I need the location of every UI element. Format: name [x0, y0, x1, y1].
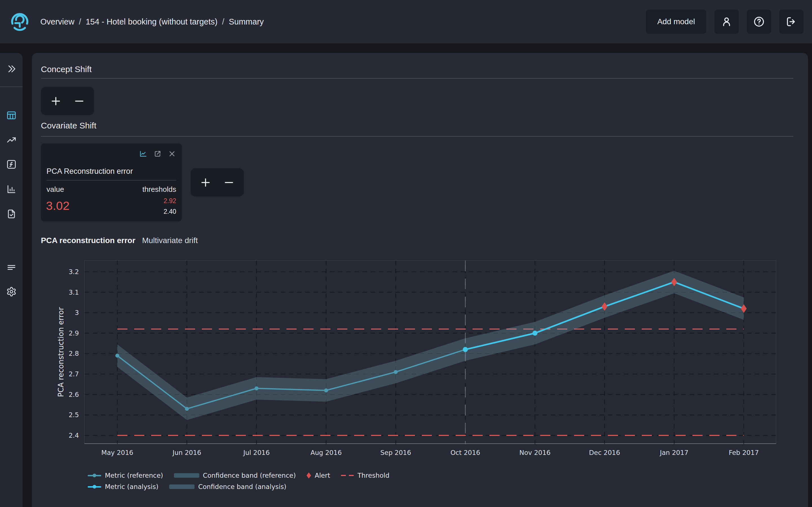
chevrons-right-icon	[6, 64, 17, 74]
close-icon[interactable]	[168, 150, 176, 158]
zoom-out-button[interactable]	[220, 173, 238, 191]
metric-card-divider	[47, 180, 176, 180]
help-button[interactable]	[747, 10, 771, 34]
sidebar-item-functions[interactable]	[4, 157, 19, 172]
metric-point[interactable]	[394, 370, 398, 374]
legend-swatch-threshold-icon	[341, 475, 354, 476]
metric-point[interactable]	[463, 347, 468, 352]
legend-label: Confidence band (reference)	[203, 472, 296, 479]
metric-card-title: PCA Reconstruction error	[47, 167, 133, 176]
confidence-band	[117, 271, 744, 420]
metric-point[interactable]	[115, 354, 119, 358]
legend-row: Metric (analysis)Confidence band (analys…	[88, 482, 389, 491]
legend-item[interactable]: Metric (reference)	[88, 472, 163, 479]
y-tick-label: 3.1	[50, 288, 79, 297]
y-tick-label: 3.2	[50, 268, 79, 276]
file-check-icon	[6, 209, 17, 219]
legend-swatch-band-icon	[174, 473, 199, 478]
plot-area[interactable]: 3.23.132.92.82.72.62.52.4May 2016Jun 201…	[84, 260, 776, 444]
logout-button[interactable]	[779, 10, 804, 34]
breadcrumb-item-overview[interactable]: Overview	[40, 17, 74, 26]
list-icon	[6, 262, 17, 273]
sidebar-item-logs[interactable]	[4, 260, 19, 275]
minus-icon	[223, 177, 235, 188]
y-tick-label: 2.8	[50, 349, 79, 358]
log-out-icon	[785, 16, 797, 27]
legend-swatch-line-reference-icon	[88, 475, 101, 476]
breadcrumb-separator: /	[222, 17, 224, 26]
sidebar-item-settings[interactable]	[4, 284, 19, 299]
sidebar-divider	[0, 87, 22, 87]
app-logo[interactable]	[8, 10, 31, 33]
zoom-in-button[interactable]	[47, 92, 65, 110]
y-tick-label: 2.4	[50, 431, 79, 440]
legend-swatch-band-icon	[169, 485, 195, 489]
legend-label: Alert	[315, 472, 330, 479]
y-tick-label: 2.9	[50, 329, 79, 337]
x-tick-label: Aug 2016	[301, 448, 352, 457]
metric-point[interactable]	[255, 386, 259, 390]
x-tick-label: Nov 2016	[509, 448, 560, 457]
zoom-in-button[interactable]	[197, 173, 214, 191]
drift-chart: PCA reconstruction error 3.23.132.92.82.…	[32, 260, 808, 507]
sidebar-item-reports[interactable]	[4, 206, 19, 221]
metric-card-actions	[139, 150, 176, 158]
gear-icon	[6, 286, 17, 297]
external-link-icon[interactable]	[153, 150, 162, 158]
section-title-covariate-shift: Covariate Shift	[41, 121, 96, 131]
legend-swatch-alert-icon	[306, 472, 311, 478]
legend-row: Metric (reference)Confidence band (refer…	[88, 471, 389, 480]
legend-item[interactable]: Threshold	[341, 472, 389, 479]
user-icon	[721, 16, 732, 27]
metric-point[interactable]	[532, 331, 538, 336]
x-tick-label: Dec 2016	[579, 448, 630, 457]
minus-icon	[73, 96, 85, 107]
app-header: Overview / 154 - Hotel booking (without …	[0, 0, 812, 43]
sidebar-item-summary-table[interactable]	[4, 108, 19, 123]
user-button[interactable]	[714, 10, 739, 34]
breadcrumb-item-model[interactable]: 154 - Hotel booking (without targets)	[86, 17, 217, 26]
metric-value: 3.02	[46, 199, 70, 213]
chart-legend: Metric (reference)Confidence band (refer…	[88, 471, 389, 491]
section-divider	[41, 136, 794, 136]
legend-item[interactable]: Alert	[306, 472, 330, 479]
breadcrumb-item-summary: Summary	[229, 17, 264, 26]
metric-point[interactable]	[324, 388, 328, 392]
legend-label: Threshold	[357, 472, 389, 479]
legend-label: Metric (reference)	[105, 472, 163, 479]
chart-view-icon[interactable]	[139, 150, 147, 158]
threshold-lower-value: 2.40	[163, 208, 176, 216]
sidebar-expand-button[interactable]	[4, 61, 19, 76]
legend-item[interactable]: Metric (analysis)	[88, 483, 158, 490]
add-model-button[interactable]: Add model	[646, 10, 706, 34]
sidebar-item-metrics[interactable]	[4, 181, 19, 196]
y-tick-label: 3	[50, 308, 79, 317]
legend-item[interactable]: Confidence band (analysis)	[169, 483, 287, 490]
header-actions: Add model	[646, 10, 804, 34]
chart-header: PCA reconstruction error Multivariate dr…	[41, 235, 198, 245]
bar-chart-icon	[6, 184, 17, 194]
section-divider	[41, 78, 794, 78]
x-tick-label: Feb 2017	[718, 448, 769, 457]
chart-canvas	[85, 261, 776, 444]
sidebar	[0, 53, 22, 507]
breadcrumb: Overview / 154 - Hotel booking (without …	[40, 17, 264, 26]
breadcrumb-separator: /	[79, 17, 81, 26]
zoom-out-button[interactable]	[70, 92, 88, 110]
thresholds-label: thresholds	[142, 185, 176, 194]
metric-point[interactable]	[185, 407, 189, 411]
sidebar-item-trends[interactable]	[4, 132, 19, 148]
x-tick-label: Jul 2016	[231, 448, 282, 457]
main-panel: Concept Shift Covariate Shift	[32, 53, 808, 507]
section-title-concept-shift: Concept Shift	[41, 64, 92, 74]
chart-subtitle: Multivariate drift	[142, 235, 198, 245]
legend-item[interactable]: Confidence band (reference)	[174, 472, 296, 479]
trending-up-icon	[6, 135, 17, 145]
threshold-upper-value: 2.92	[163, 197, 176, 205]
legend-label: Confidence band (analysis)	[198, 483, 287, 490]
function-square-icon	[6, 159, 17, 170]
y-tick-label: 2.7	[50, 370, 79, 378]
plus-icon	[200, 177, 211, 188]
value-label: value	[47, 185, 64, 194]
metric-summary-card: PCA Reconstruction error value threshold…	[41, 144, 182, 221]
